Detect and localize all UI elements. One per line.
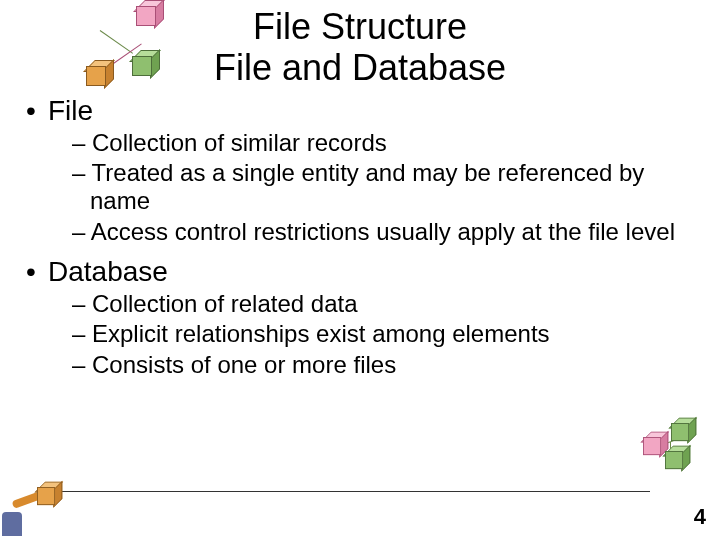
- bullet-level2: Consists of one or more files: [20, 351, 700, 379]
- bullet-level1: Database: [20, 256, 700, 288]
- person-body: [2, 512, 22, 536]
- box-icon: [86, 66, 108, 88]
- bullet-level2: Treated as a single entity and may be re…: [20, 159, 700, 216]
- footer-divider: [40, 491, 650, 492]
- decorative-boxes-top-left: [40, 6, 150, 106]
- bullet-level2: Access control restrictions usually appl…: [20, 218, 700, 246]
- slide: File Structure File and Database File Co…: [0, 0, 720, 540]
- decorative-person-bottom-left: [2, 478, 66, 538]
- box-icon: [643, 437, 663, 457]
- box-icon: [665, 451, 685, 471]
- bullet-level2: Explicit relationships exist among eleme…: [20, 320, 700, 348]
- box-icon: [37, 487, 57, 507]
- box-icon: [136, 6, 158, 28]
- bullet-level1: File: [20, 95, 700, 127]
- decorative-boxes-bottom-right: [640, 416, 710, 486]
- box-icon: [671, 423, 691, 443]
- bullet-level2: Collection of related data: [20, 290, 700, 318]
- page-number: 4: [694, 504, 706, 530]
- connector-line: [100, 30, 133, 54]
- slide-body: File Collection of similar records Treat…: [0, 95, 720, 379]
- box-icon: [132, 56, 154, 78]
- bullet-level2: Collection of similar records: [20, 129, 700, 157]
